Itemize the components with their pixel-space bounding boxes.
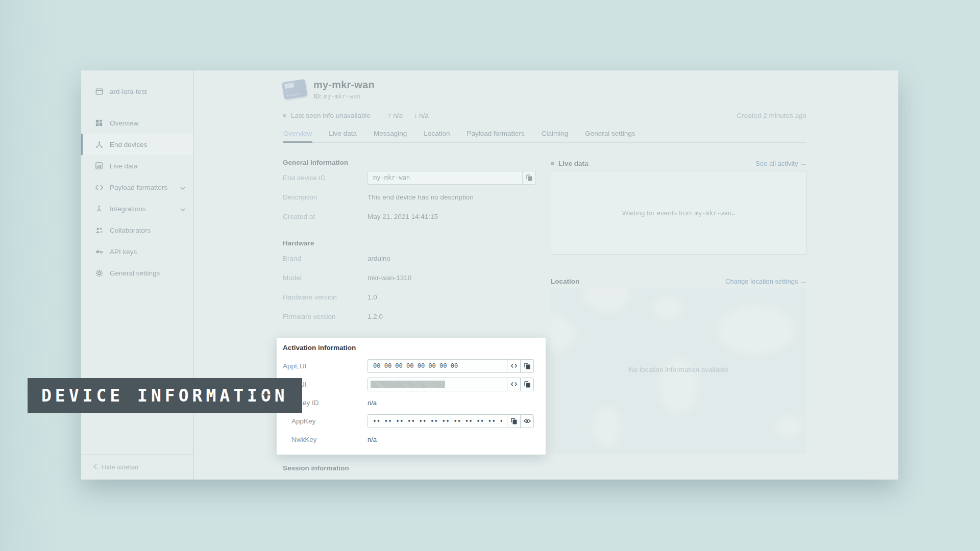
location-empty-text: No location information available xyxy=(551,366,806,373)
tab-overview[interactable]: Overview xyxy=(283,128,312,142)
live-data-empty-text: Waiting for events from xyxy=(622,209,695,217)
sidebar-app-label: ard-lora-test xyxy=(110,88,147,95)
sidebar-item-label: End devices xyxy=(110,141,148,148)
sidebar-item-live-data[interactable]: Live data xyxy=(81,155,193,177)
byte-format-toggle-button[interactable] xyxy=(507,378,520,391)
hardware-title: Hardware xyxy=(283,239,541,248)
key-icon xyxy=(95,247,103,256)
location-map: No location information available xyxy=(551,288,806,454)
end-device-id-row: End device ID xyxy=(283,168,541,187)
live-data-panel: Waiting for events from my-mkr-wan… xyxy=(551,171,806,255)
sidebar-item-label: Integrations xyxy=(110,205,146,213)
uplink-arrow-icon: ↑ xyxy=(388,111,391,119)
hide-sidebar-button[interactable]: Hide sidebar xyxy=(81,454,193,480)
tab-messaging[interactable]: Messaging xyxy=(373,128,407,142)
sidebar-item-label: General settings xyxy=(110,269,160,277)
sidebar-divider xyxy=(81,111,193,111)
device-photo xyxy=(282,79,308,100)
sidebar-item-label: Collaborators xyxy=(110,227,151,234)
overview-grid-icon xyxy=(95,119,103,127)
location-header: Location Change location settings → xyxy=(551,277,806,286)
sidebar-item-label: Live data xyxy=(110,162,138,170)
live-data-header: Live data See all activity → xyxy=(551,159,806,168)
model-row: Model mkr-wan-1310 xyxy=(283,268,541,287)
sidebar: ard-lora-test Overview End devices Li xyxy=(81,70,194,480)
dev-eui-row: DevEUI xyxy=(283,375,540,393)
sidebar-item-label: Overview xyxy=(110,119,138,127)
gear-icon xyxy=(95,269,103,277)
uplink-status: ↑n/a xyxy=(388,111,403,119)
created-at-row: Created at May 21, 2021 14:41:15 xyxy=(283,207,541,226)
device-header: my-mkr-wan ID: my-mkr-wan xyxy=(283,79,806,100)
device-id: ID: my-mkr-wan xyxy=(313,93,375,100)
location-title: Location xyxy=(551,278,579,285)
callout-connector-line xyxy=(249,394,271,395)
chevron-down-icon xyxy=(180,184,185,191)
app-window: ard-lora-test Overview End devices Li xyxy=(81,70,898,480)
live-data-chart-icon xyxy=(95,162,103,170)
code-icon xyxy=(95,183,103,191)
sidebar-item-api-keys[interactable]: API keys xyxy=(81,241,193,262)
tab-claiming[interactable]: Claiming xyxy=(541,128,569,142)
downlink-status: ↓n/a xyxy=(414,111,429,119)
tab-live-data[interactable]: Live data xyxy=(328,128,357,142)
tab-location[interactable]: Location xyxy=(423,128,450,142)
eye-icon xyxy=(524,418,531,423)
sidebar-item-overview[interactable]: Overview xyxy=(81,112,193,134)
see-all-activity-link[interactable]: See all activity → xyxy=(755,160,806,167)
description-row: Description This end device has no descr… xyxy=(283,187,541,207)
sidebar-item-payload-formatters[interactable]: Payload formatters xyxy=(81,177,193,198)
integrations-icon xyxy=(95,205,103,213)
tab-general-settings[interactable]: General settings xyxy=(584,128,635,142)
sidebar-item-collaborators[interactable]: Collaborators xyxy=(81,219,193,241)
live-indicator-icon xyxy=(551,162,554,165)
tab-bar: Overview Live data Messaging Location Pa… xyxy=(283,128,806,143)
hide-sidebar-label: Hide sidebar xyxy=(102,463,139,471)
hardware-version-row: Hardware version 1.0 xyxy=(283,287,541,307)
app-key-row: AppKey xyxy=(283,412,540,430)
byte-format-toggle-button[interactable] xyxy=(507,360,520,372)
chevron-down-icon xyxy=(180,205,185,213)
tab-payload-formatters[interactable]: Payload formatters xyxy=(466,128,525,142)
reveal-key-button[interactable] xyxy=(520,415,533,428)
app-eui-row: AppEUI xyxy=(283,357,540,375)
device-information-callout: DEVICE INFORMATION xyxy=(28,378,302,413)
firmware-version-row: Firmware version 1.2.0 xyxy=(283,307,541,326)
collaborators-people-icon xyxy=(95,226,103,234)
code-icon xyxy=(511,363,517,368)
copy-button[interactable] xyxy=(507,415,520,428)
device-id-value: my-mkr-wan xyxy=(324,93,360,100)
general-information-title: General information xyxy=(283,159,541,168)
code-icon xyxy=(511,382,517,387)
copy-button[interactable] xyxy=(520,360,533,372)
sidebar-item-integrations[interactable]: Integrations xyxy=(81,198,193,219)
copy-button[interactable] xyxy=(520,378,533,391)
sidebar-item-general-settings[interactable]: General settings xyxy=(81,262,193,284)
app-key-input[interactable] xyxy=(368,415,507,428)
live-data-title: Live data xyxy=(558,160,589,167)
app-eui-input[interactable] xyxy=(368,360,507,372)
status-dot-icon xyxy=(283,114,286,117)
copy-icon xyxy=(511,418,517,424)
nwk-key-row: NwkKey n/a xyxy=(283,430,540,448)
application-icon xyxy=(95,87,103,95)
device-id-label: ID: xyxy=(313,93,322,100)
end-devices-icon xyxy=(95,140,103,148)
overview-right-column: Live data See all activity → Waiting for… xyxy=(551,159,806,473)
callout-label: DEVICE INFORMATION xyxy=(41,386,288,406)
created-timestamp: Created 2 minutes ago xyxy=(737,112,806,119)
device-status-row: Last seen info unavailable ↑n/a ↓n/a Cre… xyxy=(283,111,806,119)
copy-icon xyxy=(524,363,530,369)
copy-icon xyxy=(524,381,530,388)
copy-button[interactable] xyxy=(522,171,535,184)
activation-information-card: Activation information AppEUI DevEUI xyxy=(277,338,546,455)
end-device-id-input[interactable] xyxy=(368,171,522,184)
copy-icon xyxy=(526,174,532,181)
sidebar-item-application[interactable]: ard-lora-test xyxy=(81,81,193,102)
chevron-left-icon xyxy=(93,463,97,471)
change-location-settings-link[interactable]: Change location settings → xyxy=(725,278,806,285)
sidebar-item-label: API keys xyxy=(110,248,137,256)
device-title: my-mkr-wan xyxy=(313,79,375,91)
dev-eui-redacted-value xyxy=(371,381,445,388)
sidebar-item-end-devices[interactable]: End devices xyxy=(81,134,193,155)
